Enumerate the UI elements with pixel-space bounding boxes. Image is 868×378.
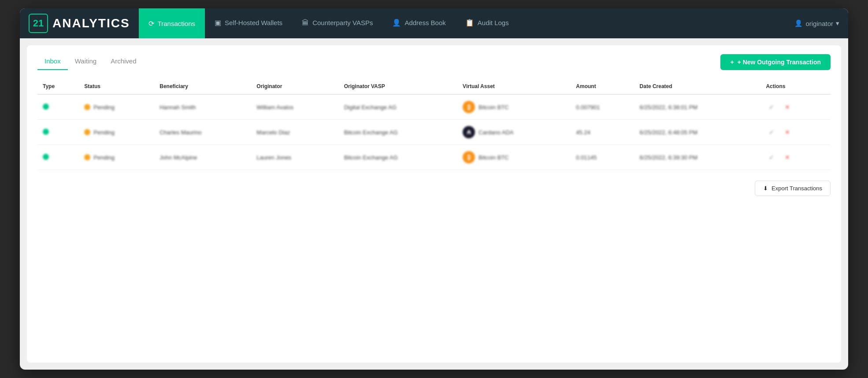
cell-date-1: 6/25/2022, 6:48:05 PM bbox=[634, 120, 761, 145]
logo-number: 21 bbox=[33, 18, 44, 29]
type-dot-1 bbox=[43, 129, 49, 135]
address-book-icon: 👤 bbox=[392, 19, 401, 27]
cell-beneficiary-0: Hannah Smith bbox=[154, 94, 251, 120]
table-row: Pending John McAlpine Lauren Jones Bitco… bbox=[37, 145, 831, 170]
cell-date-2: 6/25/2022, 6:39:30 PM bbox=[634, 145, 761, 170]
cell-originator-1: Marcelo Diaz bbox=[251, 120, 338, 145]
cell-asset-2: ₿ Bitcoin BTC bbox=[457, 145, 571, 170]
status-dot-1 bbox=[84, 129, 90, 135]
user-label: originator bbox=[805, 20, 833, 27]
cell-status-1: Pending bbox=[79, 120, 154, 145]
nav-label-transactions: Transactions bbox=[158, 20, 195, 27]
user-menu[interactable]: 👤 originator ▾ bbox=[794, 19, 839, 27]
asset-label-0: Bitcoin BTC bbox=[479, 104, 509, 111]
nav-item-self-hosted-wallets[interactable]: ▣ Self-Hosted Wallets bbox=[205, 8, 292, 38]
chevron-down-icon: ▾ bbox=[836, 19, 839, 27]
cell-originator-2: Lauren Jones bbox=[251, 145, 338, 170]
nav-item-transactions[interactable]: ⟳ Transactions bbox=[139, 8, 205, 38]
col-status: Status bbox=[79, 79, 154, 94]
cell-date-0: 6/25/2022, 6:38:01 PM bbox=[634, 94, 761, 120]
transactions-icon: ⟳ bbox=[148, 19, 154, 28]
new-transaction-label: + New Outgoing Transaction bbox=[738, 59, 821, 66]
nav-label-self-hosted-wallets: Self-Hosted Wallets bbox=[225, 19, 282, 26]
cell-beneficiary-2: John McAlpine bbox=[154, 145, 251, 170]
nav-item-audit-logs[interactable]: 📋 Audit Logs bbox=[456, 8, 519, 38]
app-window: 21 ANALYTICS ⟳ Transactions ▣ Self-Hoste… bbox=[20, 8, 848, 370]
logo-area: 21 ANALYTICS bbox=[29, 14, 130, 33]
transactions-table-container: Type Status Beneficiary Originator Origi… bbox=[37, 79, 831, 170]
cell-originator-0: William Avalos bbox=[251, 94, 338, 120]
cell-type-2 bbox=[37, 145, 79, 170]
tab-inbox[interactable]: Inbox bbox=[37, 55, 68, 70]
logo-text: ANALYTICS bbox=[52, 16, 130, 30]
col-amount: Amount bbox=[571, 79, 634, 94]
nav-label-counterparty-vasps: Counterparty VASPs bbox=[312, 19, 373, 26]
cell-type-0 bbox=[37, 94, 79, 120]
reject-button-0[interactable]: ✕ bbox=[782, 101, 793, 113]
cell-asset-0: ₿ Bitcoin BTC bbox=[457, 94, 571, 120]
cell-amount-2: 0.01145 bbox=[571, 145, 634, 170]
approve-button-0[interactable]: ✓ bbox=[766, 101, 777, 113]
cell-originator-vasp-1: Bitcoin Exchange AG bbox=[339, 120, 457, 145]
nav-label-audit-logs: Audit Logs bbox=[478, 19, 509, 26]
cell-amount-0: 0.007901 bbox=[571, 94, 634, 120]
cell-actions-1: ✓ ✕ bbox=[760, 120, 831, 145]
approve-button-1[interactable]: ✓ bbox=[766, 126, 777, 138]
asset-icon-1: ₳ bbox=[463, 126, 475, 138]
col-virtual-asset: Virtual Asset bbox=[457, 79, 571, 94]
cell-originator-vasp-0: Digital Exchange AG bbox=[339, 94, 457, 120]
cell-amount-1: 45.24 bbox=[571, 120, 634, 145]
new-transaction-plus-icon: + bbox=[730, 59, 734, 66]
cell-actions-2: ✓ ✕ bbox=[760, 145, 831, 170]
asset-icon-0: ₿ bbox=[463, 101, 475, 113]
cell-type-1 bbox=[37, 120, 79, 145]
reject-button-1[interactable]: ✕ bbox=[782, 126, 793, 138]
col-actions: Actions bbox=[760, 79, 831, 94]
asset-label-2: Bitcoin BTC bbox=[479, 154, 509, 161]
export-transactions-button[interactable]: ⬇ Export Transactions bbox=[755, 181, 831, 196]
col-type: Type bbox=[37, 79, 79, 94]
main-content: Inbox Waiting Archived + + New Outgoing … bbox=[27, 45, 841, 363]
asset-label-1: Cardano ADA bbox=[479, 129, 514, 136]
nav-label-address-book: Address Book bbox=[404, 19, 445, 26]
export-row: ⬇ Export Transactions bbox=[37, 181, 831, 196]
reject-button-2[interactable]: ✕ bbox=[782, 152, 793, 163]
table-row: Pending Charles Maurino Marcelo Diaz Bit… bbox=[37, 120, 831, 145]
cell-status-2: Pending bbox=[79, 145, 154, 170]
counterparty-vasps-icon: 🏛 bbox=[302, 19, 309, 27]
tab-archived[interactable]: Archived bbox=[104, 55, 143, 70]
new-transaction-button[interactable]: + + New Outgoing Transaction bbox=[720, 54, 831, 70]
export-label: Export Transactions bbox=[772, 185, 822, 192]
transactions-table: Type Status Beneficiary Originator Origi… bbox=[37, 79, 831, 170]
tabs-row: Inbox Waiting Archived + + New Outgoing … bbox=[37, 54, 831, 70]
cell-asset-1: ₳ Cardano ADA bbox=[457, 120, 571, 145]
cell-beneficiary-1: Charles Maurino bbox=[154, 120, 251, 145]
cell-status-0: Pending bbox=[79, 94, 154, 120]
asset-icon-2: ₿ bbox=[463, 151, 475, 163]
audit-logs-icon: 📋 bbox=[465, 19, 474, 27]
approve-button-2[interactable]: ✓ bbox=[766, 152, 777, 163]
export-icon: ⬇ bbox=[763, 185, 768, 192]
table-row: Pending Hannah Smith William Avalos Digi… bbox=[37, 94, 831, 120]
col-originator-vasp: Originator VASP bbox=[339, 79, 457, 94]
nav-item-address-book[interactable]: 👤 Address Book bbox=[382, 8, 455, 38]
status-label-1: Pending bbox=[93, 129, 115, 136]
table-header-row: Type Status Beneficiary Originator Origi… bbox=[37, 79, 831, 94]
nav-items: ⟳ Transactions ▣ Self-Hosted Wallets 🏛 C… bbox=[139, 8, 795, 38]
status-label-2: Pending bbox=[93, 154, 115, 161]
status-dot-0 bbox=[84, 104, 90, 110]
type-dot-0 bbox=[43, 104, 49, 110]
cell-actions-0: ✓ ✕ bbox=[760, 94, 831, 120]
user-icon: 👤 bbox=[794, 19, 803, 27]
col-originator: Originator bbox=[251, 79, 338, 94]
cell-originator-vasp-2: Bitcoin Exchange AG bbox=[339, 145, 457, 170]
navbar: 21 ANALYTICS ⟳ Transactions ▣ Self-Hoste… bbox=[20, 8, 848, 38]
tabs: Inbox Waiting Archived bbox=[37, 55, 144, 70]
nav-item-counterparty-vasps[interactable]: 🏛 Counterparty VASPs bbox=[292, 8, 382, 38]
tab-waiting[interactable]: Waiting bbox=[68, 55, 104, 70]
status-label-0: Pending bbox=[93, 104, 115, 111]
status-dot-2 bbox=[84, 154, 90, 160]
col-beneficiary: Beneficiary bbox=[154, 79, 251, 94]
self-hosted-wallets-icon: ▣ bbox=[215, 19, 221, 27]
type-dot-2 bbox=[43, 154, 49, 160]
